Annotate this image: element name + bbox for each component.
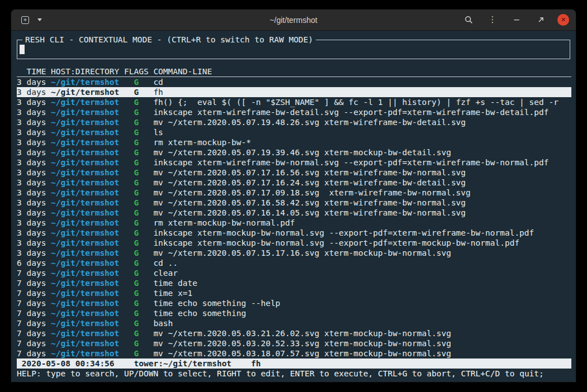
row-flags: G: [124, 137, 149, 147]
history-row[interactable]: 7 days~/git/termshotGmv ~/xterm.2020.05.…: [17, 338, 571, 348]
history-row[interactable]: 7 days~/git/termshotGclear: [17, 268, 571, 278]
row-time: 7 days: [17, 328, 46, 338]
history-row[interactable]: 7 days~/git/termshotGmv ~/xterm.2020.05.…: [17, 348, 571, 358]
minimize-button[interactable]: –: [509, 13, 524, 27]
row-time: 3 days: [17, 198, 46, 208]
history-row[interactable]: 3 days~/git/termshotGfh() {; eval $( ([ …: [17, 97, 571, 107]
row-flags: G: [124, 288, 149, 298]
history-row[interactable]: 6 days~/git/termshotGcd ..: [17, 258, 571, 268]
search-box[interactable]: RESH CLI - CONTEXTUAL MODE - (CTRL+R to …: [17, 40, 570, 59]
tab-dropdown-button[interactable]: [35, 13, 45, 27]
status-datetime: 2020-05-08 00:34:56: [22, 359, 115, 368]
history-row[interactable]: 3 days~/git/termshotGmv ~/xterm.2020.05.…: [17, 117, 571, 127]
row-flags: G: [124, 107, 149, 117]
row-command: time echo something --help: [153, 299, 280, 308]
row-command: time echo something: [153, 309, 246, 318]
row-time: 7 days: [17, 308, 46, 318]
restore-icon: [537, 16, 545, 23]
row-command: mv ~/xterm.2020.05.07.16.58.42.svg xterm…: [153, 198, 466, 207]
history-row[interactable]: 7 days~/git/termshotGtime date: [17, 278, 571, 288]
row-command: inkscape xterm-wireframe-bw-normal.svg -…: [153, 158, 548, 167]
row-host: ~/git/termshot: [51, 218, 119, 228]
row-flags: G: [124, 178, 149, 188]
history-row[interactable]: 3 days~/git/termshotGmv ~/xterm.2020.05.…: [17, 248, 571, 258]
row-command: time date: [153, 279, 197, 288]
row-flags: G: [124, 147, 149, 157]
row-host: ~/git/termshot: [51, 178, 119, 188]
history-row[interactable]: 3 days~/git/termshotGfh: [17, 87, 571, 97]
history-row[interactable]: 3 days~/git/termshotGmv ~/xterm.2020.05.…: [17, 198, 571, 208]
history-row[interactable]: 3 days~/git/termshotGmv ~/xterm.2020.05.…: [17, 188, 571, 198]
row-time: 3 days: [17, 188, 46, 198]
history-row[interactable]: 3 days~/git/termshotGinkscape xterm-wire…: [17, 157, 571, 168]
row-command: clear: [153, 269, 178, 278]
history-row[interactable]: 7 days~/git/termshotGtime x=1: [17, 288, 571, 298]
row-flags: G: [124, 188, 149, 198]
history-row[interactable]: 7 days~/git/termshotGbash: [17, 318, 571, 328]
row-flags: G: [124, 318, 149, 328]
row-host: ~/git/termshot: [51, 107, 119, 117]
row-command: cd ..: [153, 259, 178, 267]
row-host: ~/git/termshot: [51, 338, 119, 348]
new-tab-icon: +: [21, 16, 29, 24]
search-icon: [465, 16, 473, 24]
row-time: 7 days: [17, 288, 46, 298]
row-flags: G: [124, 308, 149, 318]
history-row[interactable]: 3 days~/git/termshotGinkscape xterm-wire…: [17, 107, 571, 117]
row-flags: G: [124, 168, 149, 178]
row-host: ~/git/termshot: [51, 348, 119, 358]
row-command: cd: [153, 78, 163, 87]
row-command: bash: [153, 319, 173, 328]
history-row[interactable]: 3 days~/git/termshotGmv ~/xterm.2020.05.…: [17, 168, 571, 178]
row-time: 3 days: [17, 238, 46, 248]
row-host: ~/git/termshot: [51, 278, 119, 288]
row-time: 7 days: [17, 318, 46, 328]
row-command: mv ~/xterm.2020.05.07.17.16.56.svg xterm…: [153, 168, 466, 177]
restore-button[interactable]: [533, 13, 548, 27]
titlebar-right-controls: ⋮ – ✕: [461, 13, 569, 27]
row-host: ~/git/termshot: [51, 298, 119, 308]
row-time: 6 days: [17, 258, 46, 268]
help-line: HELP: type to search, UP/DOWN to select,…: [17, 369, 571, 379]
history-row[interactable]: 3 days~/git/termshotGinkscape xterm-mock…: [17, 228, 571, 238]
row-host: ~/git/termshot: [51, 117, 119, 127]
history-row[interactable]: 3 days~/git/termshotGrm xterm-mockup-bw-…: [17, 137, 571, 147]
history-row[interactable]: 7 days~/git/termshotGmv ~/xterm.2020.05.…: [17, 328, 571, 338]
row-command: mv ~/xterm.2020.05.07.16.14.05.svg xterm…: [153, 208, 466, 217]
row-host: ~/git/termshot: [51, 127, 119, 137]
history-row[interactable]: 3 days~/git/termshotGinkscape xterm-mock…: [17, 238, 571, 248]
titlebar: + ~/git/termshot ⋮ – ✕: [11, 9, 576, 31]
search-button[interactable]: [461, 13, 476, 27]
row-time: 3 days: [17, 248, 46, 258]
row-host: ~/git/termshot: [51, 188, 119, 198]
row-time: 3 days: [17, 107, 46, 117]
titlebar-left-controls: +: [18, 13, 45, 27]
row-host: ~/git/termshot: [51, 208, 119, 218]
row-host: ~/git/termshot: [51, 157, 119, 168]
row-host: ~/git/termshot: [51, 77, 119, 87]
row-command: inkscape xterm-mockup-bw-normal.svg --ex…: [153, 238, 519, 247]
row-flags: G: [124, 228, 149, 238]
status-host: tower:~/git/termshot: [134, 359, 232, 368]
row-command: mv ~/xterm.2020.05.03.21.26.02.svg xterm…: [153, 329, 451, 338]
row-time: 3 days: [17, 137, 46, 147]
new-tab-button[interactable]: +: [18, 13, 32, 27]
history-row[interactable]: 7 days~/git/termshotGtime echo something: [17, 308, 571, 318]
row-flags: G: [124, 87, 149, 97]
history-row[interactable]: 3 days~/git/termshotGls: [17, 127, 571, 137]
header-host-directory: HOST:DIRECTORY: [51, 66, 119, 77]
history-row[interactable]: 3 days~/git/termshotGmv ~/xterm.2020.05.…: [17, 147, 571, 157]
close-button[interactable]: ✕: [557, 14, 569, 26]
history-row[interactable]: 3 days~/git/termshotGrm xterm-mockup-bw-…: [17, 218, 571, 228]
history-list: 3 days~/git/termshotGcd3 days~/git/terms…: [17, 77, 571, 358]
history-row[interactable]: 7 days~/git/termshotGtime echo something…: [17, 298, 571, 308]
menu-button[interactable]: ⋮: [485, 13, 500, 27]
history-row[interactable]: 3 days~/git/termshotGmv ~/xterm.2020.05.…: [17, 178, 571, 188]
history-row[interactable]: 3 days~/git/termshotGcd: [17, 77, 571, 87]
row-host: ~/git/termshot: [51, 318, 119, 328]
history-row[interactable]: 3 days~/git/termshotGmv ~/xterm.2020.05.…: [17, 208, 571, 218]
status-bar: 2020-05-08 00:34:56tower:~/git/termshotf…: [17, 358, 571, 369]
row-host: ~/git/termshot: [51, 258, 119, 268]
row-time: 3 days: [17, 77, 46, 87]
row-host: ~/git/termshot: [51, 137, 119, 147]
